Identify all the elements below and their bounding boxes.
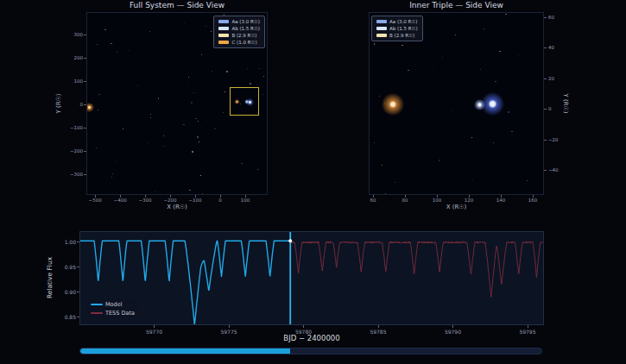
background-star — [193, 92, 194, 93]
legend-swatch — [218, 20, 229, 24]
tick-mark — [533, 195, 534, 198]
tick-mark — [170, 195, 171, 198]
background-star — [97, 44, 98, 46]
tick-mark — [77, 292, 79, 292]
background-star — [257, 169, 258, 170]
background-star — [211, 31, 212, 32]
tick-label: 100 — [241, 198, 250, 203]
tick-mark — [84, 104, 86, 105]
background-star — [495, 81, 496, 83]
background-star — [130, 184, 130, 185]
legend-item: TESS Data — [91, 310, 135, 317]
full-system-xlabel: X (R☉) — [86, 204, 268, 210]
flux-xlabel: BJD − 2400000 — [79, 334, 544, 342]
tick-mark — [544, 109, 547, 110]
tick-label: 20 — [548, 76, 554, 81]
tick-label: 59785 — [370, 329, 386, 335]
legend-swatch — [376, 20, 387, 24]
tick-label: 60 — [370, 198, 376, 203]
tick-mark — [84, 58, 86, 59]
inner-triple-plot: Aa (3.0 R☉)Ab (1.5 R☉)B (2.9 R☉) — [369, 12, 544, 195]
background-star — [226, 71, 228, 72]
background-star — [374, 43, 376, 45]
tick-mark — [501, 195, 502, 198]
tick-mark — [154, 325, 155, 328]
background-star — [442, 57, 443, 58]
tick-mark — [145, 195, 146, 198]
tick-label: 0 — [548, 106, 552, 111]
legend-item: Ab (1.5 R☉) — [218, 26, 260, 31]
tick-label: 59770 — [146, 329, 162, 335]
progress-fill — [80, 348, 290, 354]
background-star — [195, 118, 196, 119]
background-star — [262, 94, 263, 95]
tick-label: 0.85 — [65, 314, 76, 320]
tick-mark — [373, 195, 374, 198]
background-star — [472, 179, 473, 180]
tick-mark — [544, 47, 547, 48]
full-system-title: Full System — Side View — [86, 1, 268, 9]
background-star — [163, 135, 164, 136]
tick-label: −100 — [70, 125, 83, 130]
legend-item: C (1.0 R☉) — [218, 40, 260, 45]
tick-label: 1.00 — [65, 239, 76, 245]
zoom-region-box — [230, 87, 259, 116]
full-system-plot: Aa (3.0 R☉)Ab (1.5 R☉)B (2.9 R☉)C (1.0 R… — [86, 12, 268, 195]
star-c — [86, 103, 94, 112]
background-star — [537, 164, 538, 165]
background-star — [117, 160, 117, 161]
tick-mark — [95, 195, 96, 198]
background-star — [188, 77, 189, 78]
background-star — [259, 68, 260, 69]
legend-item: Model — [91, 301, 135, 308]
background-star — [130, 129, 131, 129]
background-star — [184, 22, 185, 23]
tick-mark — [544, 17, 547, 18]
legend-label: B (2.9 R☉) — [389, 33, 414, 38]
legend-item: Ab (1.5 R☉) — [376, 26, 418, 31]
background-star — [241, 163, 243, 165]
tick-label: −40 — [548, 167, 559, 173]
tick-label: 59790 — [445, 329, 461, 335]
tick-label: 59795 — [519, 329, 535, 335]
tick-mark — [405, 195, 406, 198]
tick-mark — [195, 195, 196, 198]
tick-mark — [84, 128, 86, 129]
background-star — [201, 54, 202, 55]
tick-label: −300 — [139, 198, 152, 203]
background-star — [382, 165, 383, 166]
tick-label: −200 — [70, 148, 83, 154]
background-star — [158, 97, 160, 99]
background-star — [150, 114, 151, 115]
tick-mark — [84, 81, 86, 82]
tick-mark — [378, 325, 379, 328]
background-star — [402, 45, 403, 47]
background-star — [117, 52, 117, 53]
tick-label: 0 — [80, 102, 84, 107]
tick-label: 60 — [548, 15, 554, 20]
background-star — [499, 51, 500, 52]
progress-bar[interactable] — [79, 348, 542, 355]
background-star — [511, 131, 513, 133]
tick-mark — [303, 325, 304, 328]
background-star — [212, 71, 212, 72]
legend: Aa (3.0 R☉)Ab (1.5 R☉)B (2.9 R☉) — [371, 16, 423, 41]
background-star — [112, 173, 113, 174]
tick-label: 100 — [433, 198, 442, 203]
full-system-ylabel: Y (R☉) — [55, 93, 62, 113]
background-star — [395, 182, 395, 183]
legend: ModelTESS Data — [87, 299, 138, 318]
background-star — [224, 91, 225, 92]
background-star — [105, 29, 106, 30]
background-star — [147, 143, 148, 144]
background-star — [198, 121, 199, 122]
background-star — [223, 112, 224, 113]
tick-mark — [220, 195, 221, 198]
tick-mark — [437, 195, 438, 198]
star-b — [382, 93, 404, 116]
inner-triple-title: Inner Triple — Side View — [369, 1, 544, 9]
background-star — [199, 141, 199, 142]
background-star — [263, 76, 264, 77]
background-star — [433, 66, 434, 67]
background-star — [104, 29, 105, 30]
